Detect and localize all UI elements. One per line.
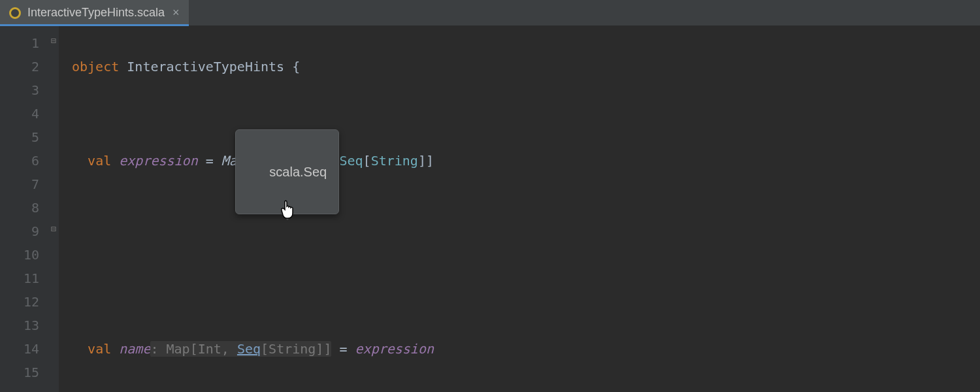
keyword-val: val [88,153,111,169]
code-line[interactable] [72,102,980,125]
equals: = [331,341,355,357]
fold-start-icon[interactable]: ⊟ [48,37,56,44]
type-hint-bracket: [ [190,341,198,357]
code-line[interactable] [72,384,980,392]
fold-end-icon[interactable]: ⊟ [48,225,56,233]
type-seq: Seq [339,153,363,169]
code-line[interactable]: val name: Map[Int, Seq[String]] = expres… [72,337,980,361]
tooltip-text: scala.Seq [269,165,327,179]
fold-column: ⊟ ⊟ [47,26,59,392]
brace-open: { [284,59,300,74]
code-line[interactable] [72,243,980,267]
identifier-expression: expression [119,153,197,169]
type-hint-map[interactable]: Map [167,341,190,357]
code-line[interactable]: object InteractiveTypeHints { [72,55,980,78]
file-tab[interactable]: InteractiveTypeHints.scala × [0,0,189,25]
keyword-val: val [88,341,111,357]
type-hint-string[interactable]: String [269,341,316,357]
type-tooltip: scala.Seq [235,129,339,214]
gutter: 1 2 3 4 5 6 7 8 9 10 11 12 13 14 15 ⊟ ⊟ [0,26,59,392]
tab-filename: InteractiveTypeHints.scala [27,6,165,20]
type-hint-int[interactable]: Int [198,341,221,357]
close-icon[interactable]: × [171,6,181,20]
code-area[interactable]: object InteractiveTypeHints { val expres… [59,26,980,392]
scala-file-icon [9,7,21,19]
type-hint-colon: : [150,341,166,357]
type-hint-bracket: [ [261,341,269,357]
code-line[interactable] [72,290,980,314]
type-string: String [371,153,418,169]
equals: = [198,153,221,169]
identifier-name: name [119,341,150,357]
type-hint-bracket: ]] [316,341,331,357]
identifier-expression-ref: expression [355,341,434,357]
type-hint-comma: , [221,341,237,357]
code-line[interactable] [72,196,980,220]
code-line[interactable]: val expression = Map.empty[Int, Seq[Stri… [72,149,980,172]
bracket: ]] [418,153,434,169]
bracket: [ [363,153,371,169]
tab-bar: InteractiveTypeHints.scala × [0,0,980,26]
class-name: InteractiveTypeHints [127,59,284,74]
keyword-object: object [72,59,119,74]
type-hint-seq-link[interactable]: Seq [237,341,261,357]
editor-area: 1 2 3 4 5 6 7 8 9 10 11 12 13 14 15 ⊟ ⊟ … [0,26,980,392]
